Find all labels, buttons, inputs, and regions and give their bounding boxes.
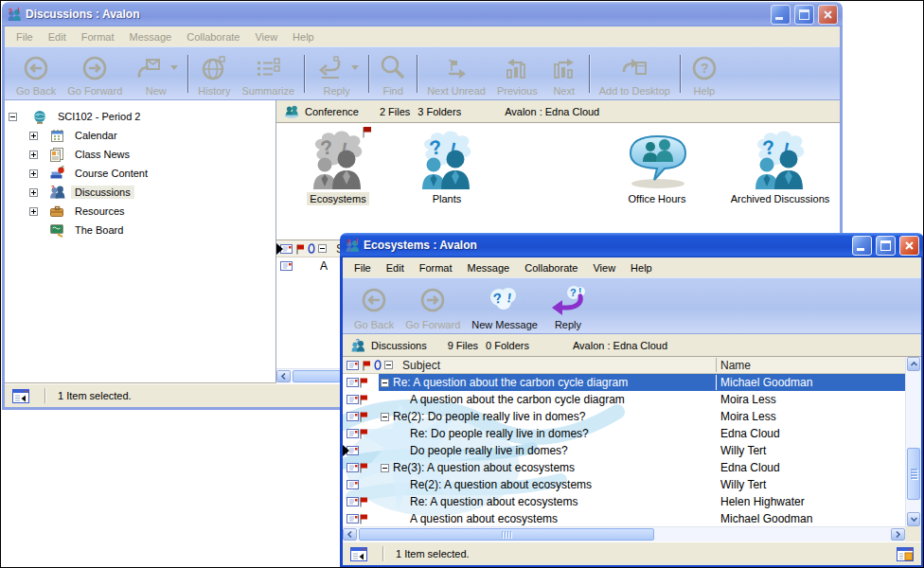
column-divider <box>716 375 717 390</box>
toolbar-button-label: New <box>146 85 167 97</box>
message-row[interactable]: Re: A question about ecosystemsHelen Hig… <box>343 493 905 510</box>
close-button[interactable] <box>899 236 919 256</box>
toolbar-next-unread-button[interactable]: Next Unread <box>421 49 491 98</box>
toolbar-previous-button[interactable]: Previous <box>491 49 543 98</box>
message-row[interactable]: Do people really live in domes?Willy Ter… <box>343 442 905 459</box>
dropdown-arrow-icon[interactable] <box>351 65 359 70</box>
tree-item-sci102-period-2[interactable]: SCI102 - Period 2 <box>5 107 275 126</box>
expand-icon[interactable] <box>29 169 38 178</box>
conference-item-plants[interactable]: ? ! Plants <box>388 129 506 205</box>
expand-icon[interactable] <box>29 188 38 197</box>
svg-text:!: ! <box>18 7 20 13</box>
menu-help[interactable]: Help <box>285 28 322 45</box>
toolbar-next-button[interactable]: Next <box>543 49 585 98</box>
menu-message[interactable]: Message <box>460 259 518 276</box>
collapse-icon[interactable] <box>381 374 389 391</box>
split-view-toggle-icon[interactable] <box>12 389 29 403</box>
message-row[interactable]: Re(2): A question about ecosystemsWilly … <box>343 476 905 493</box>
menu-format[interactable]: Format <box>74 28 122 45</box>
menu-view[interactable]: View <box>247 28 285 45</box>
dropdown-arrow-icon[interactable] <box>170 65 178 70</box>
menu-file[interactable]: File <box>9 28 41 45</box>
scrollbar-thumb[interactable] <box>907 448 920 500</box>
scroll-left-button[interactable] <box>276 370 291 382</box>
toolbar-reply-button[interactable]: ?!Reply <box>543 280 593 332</box>
maximize-button[interactable] <box>794 5 814 25</box>
scroll-down-button[interactable] <box>907 512 920 526</box>
message-row[interactable]: A question about the carbon cycle diagra… <box>343 391 905 408</box>
menu-edit[interactable]: Edit <box>41 28 74 45</box>
tree-item-the-board[interactable]: The Board <box>5 221 275 240</box>
scrollbar-thumb[interactable] <box>359 528 654 541</box>
toolbar-go-back-button[interactable]: Go Back <box>10 49 62 98</box>
toolbar-button-label: Previous <box>497 85 538 97</box>
horizontal-scrollbar[interactable] <box>343 526 905 541</box>
menu-help[interactable]: Help <box>623 259 660 276</box>
collapse-icon[interactable] <box>381 459 389 476</box>
tree-item-label: Class News <box>71 148 133 161</box>
tree-item-course-content[interactable]: Course Content <box>5 164 275 183</box>
toolbar-go-forward-button[interactable]: Go Forward <box>62 49 128 98</box>
minimize-button[interactable] <box>852 236 872 256</box>
message-flag-icon <box>359 374 368 391</box>
menu-edit[interactable]: Edit <box>379 259 412 276</box>
menu-collaborate[interactable]: Collaborate <box>517 259 585 276</box>
view-options-icon[interactable] <box>897 547 914 561</box>
toolbar-button-label: Add to Desktop <box>599 85 670 97</box>
menu-file[interactable]: File <box>346 259 379 276</box>
toolbar-button-label: Go Forward <box>405 319 460 330</box>
toolbar-go-forward-button[interactable]: Go Forward <box>400 280 466 332</box>
toolbar-summarize-button[interactable]: Summarize <box>237 49 301 98</box>
toolbar-new-button[interactable]: New <box>128 49 184 98</box>
message-row[interactable]: Re: Do people really live in domes?Edna … <box>343 425 905 442</box>
menu-format[interactable]: Format <box>412 259 460 276</box>
scroll-left-button[interactable] <box>343 528 357 541</box>
conference-item-label: Ecosystems <box>307 192 368 205</box>
conference-item-office-hours[interactable]: Office Hours <box>598 129 716 205</box>
message-row[interactable]: A question about ecosystemsMichael Goodm… <box>343 510 905 527</box>
message-row[interactable]: Re(3): A question about ecosystemsEdna C… <box>343 459 905 476</box>
menu-message[interactable]: Message <box>122 28 180 45</box>
svg-text:?: ? <box>51 185 55 190</box>
menu-collaborate[interactable]: Collaborate <box>179 28 247 45</box>
sidebar-tree: SCI102 - Period 2CalendarClass NewsCours… <box>5 100 276 383</box>
message-envelope-icon <box>346 391 359 408</box>
conference-item-archived-discussions[interactable]: ? ! Archived Discussions <box>721 129 839 205</box>
discussions-titlebar[interactable]: ?! Discussions : Avalon <box>2 2 843 27</box>
collapse-icon[interactable] <box>9 113 17 121</box>
toolbar-history-button[interactable]: History <box>192 49 236 98</box>
close-button[interactable] <box>818 5 838 25</box>
expand-icon[interactable] <box>29 132 38 140</box>
toolbar-find-button[interactable]: Find <box>373 49 413 98</box>
attachment-column-icon <box>374 360 382 370</box>
message-flag-icon <box>359 408 368 425</box>
menu-view[interactable]: View <box>585 259 623 276</box>
maximize-button[interactable] <box>876 236 896 256</box>
message-sender-name: Willy Tert <box>720 476 766 493</box>
expand-icon[interactable] <box>29 151 38 159</box>
ecosystems-titlebar[interactable]: ?! Ecosystems : Avalon <box>340 233 924 257</box>
tree-item-class-news[interactable]: Class News <box>5 145 275 164</box>
split-view-toggle-icon[interactable] <box>350 547 367 561</box>
toolbar-go-back-button[interactable]: Go Back <box>348 280 400 332</box>
expand-icon[interactable] <box>29 207 38 216</box>
toolbar-reply-button[interactable]: Reply <box>309 49 364 98</box>
tree-item-discussions[interactable]: ?Discussions <box>5 183 275 202</box>
svg-text:?: ? <box>346 238 351 246</box>
scroll-right-button[interactable] <box>891 528 905 541</box>
scroll-up-button[interactable] <box>907 357 920 371</box>
vertical-scrollbar[interactable] <box>905 357 921 526</box>
minimize-button[interactable] <box>771 5 791 25</box>
message-row[interactable]: Re: A question about the carbon cycle di… <box>343 374 905 391</box>
column-divider[interactable] <box>716 358 717 372</box>
toolbar-add-to-desktop-button[interactable]: Add to Desktop <box>594 49 676 98</box>
toolbar-help-button[interactable]: ?Help <box>684 49 724 98</box>
collapse-icon[interactable] <box>381 408 389 425</box>
conference-item-ecosystems[interactable]: ? ! Ecosystems <box>279 129 397 205</box>
message-row[interactable]: Re(2): Do people really live in domes?Mo… <box>343 408 905 425</box>
tree-item-calendar[interactable]: Calendar <box>5 126 275 145</box>
tree-item-resources[interactable]: Resources <box>5 202 275 221</box>
list-column-header[interactable]: SubjectName <box>343 357 905 374</box>
toolbar-new-message-button[interactable]: ?!New Message <box>466 280 543 332</box>
name-column-label: Name <box>720 359 751 372</box>
